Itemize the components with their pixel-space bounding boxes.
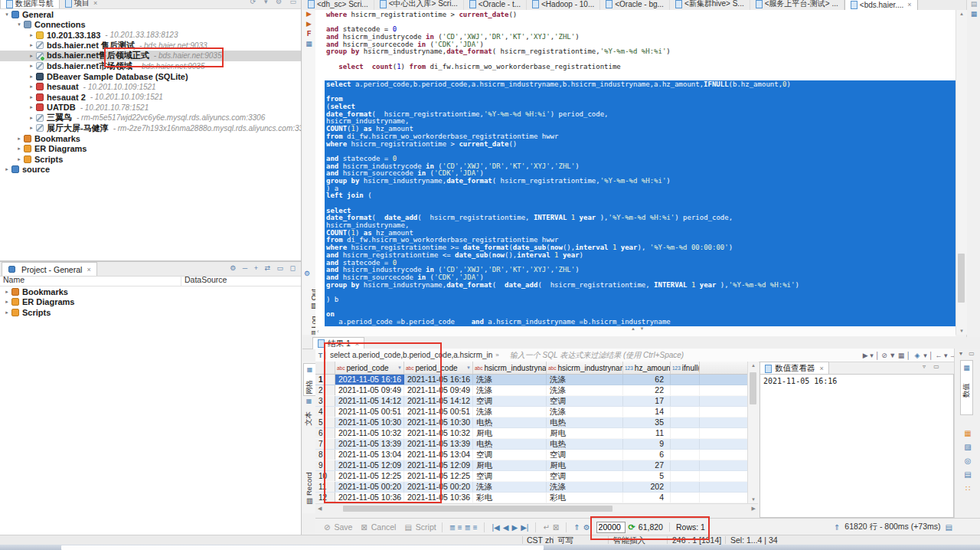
sash-handle[interactable]: ▲ ▼	[631, 326, 646, 331]
row-number[interactable]: 6	[315, 428, 335, 438]
column-header[interactable]: abcperiod_code▼	[404, 362, 473, 374]
grid-cell[interactable]: 2021-11-05 12:25	[335, 471, 404, 481]
tree-expander-icon[interactable]: ▸	[28, 94, 35, 100]
grid-cell[interactable]: 4	[623, 493, 671, 503]
editor-vertical-scrollbar[interactable]: ▴ ▾	[956, 10, 967, 335]
grid-cell[interactable]: 2021-11-05 13:39	[404, 439, 473, 449]
scrollbar-thumb[interactable]	[750, 372, 756, 404]
project-toolbar-icons[interactable]: ⚙ ─ + ⇄ ▭ ◻	[230, 264, 298, 272]
export-result-icon[interactable]: ▦	[302, 40, 315, 50]
row-number[interactable]: 10	[315, 471, 335, 481]
grid-cell[interactable]: 厨电	[547, 460, 623, 470]
grid-cell[interactable]: 2021-11-05 16:16	[335, 375, 404, 385]
grid-cell[interactable]: 35	[623, 417, 671, 427]
grid-cell[interactable]: 彩电	[547, 493, 623, 503]
grid-cell[interactable]: 11	[623, 428, 671, 438]
grid-cell[interactable]: 2021-11-05 10:32	[404, 428, 473, 438]
result-view-tab-text[interactable]: ▦文本	[303, 395, 315, 427]
tab-value-panel[interactable]: ▦ 数值	[960, 360, 973, 415]
table-row[interactable]: 112021-11-05 00:202021-11-05 00:20洗涤洗涤20…	[315, 482, 747, 493]
close-icon[interactable]: ×	[355, 340, 359, 348]
grid-cell[interactable]: 空调	[473, 450, 547, 460]
select-row-icon[interactable]: ⊠	[553, 523, 559, 532]
grid-cell[interactable]: 2021-11-05 00:51	[335, 407, 404, 417]
grid-cell[interactable]	[671, 428, 700, 438]
table-row[interactable]: 72021-11-05 13:392021-11-05 13:39电热电热9	[315, 439, 747, 450]
goto-row-icon[interactable]: ↵	[543, 523, 549, 532]
scroll-down-icon[interactable]: ▾	[748, 496, 759, 503]
grid-cell[interactable]: 2021-11-05 00:51	[404, 407, 473, 417]
export-icon[interactable]: ⇑	[573, 523, 580, 532]
editor-tab[interactable]: <Oracle - bg...	[600, 0, 670, 11]
row-number[interactable]: 7	[315, 439, 335, 449]
row-number[interactable]: 12	[315, 493, 335, 503]
scrollbar-thumb[interactable]	[343, 506, 612, 512]
gear-icon[interactable]: ⚙	[583, 523, 590, 532]
editor-tab[interactable]: <bds.haier.... ×	[844, 0, 918, 11]
grid-cell[interactable]: 62	[623, 375, 671, 385]
grid-cell[interactable]: 厨电	[547, 428, 623, 438]
scroll-left-icon[interactable]: ◀	[318, 506, 322, 512]
column-datasource[interactable]: DataSource	[181, 275, 227, 286]
grid-cell[interactable]: 电热	[473, 417, 547, 427]
panel-icon[interactable]: ▤	[955, 470, 980, 484]
nav-first-icon[interactable]: |◀	[492, 523, 499, 532]
editor-tab[interactable]: <Oracle - t...	[464, 0, 527, 11]
column-header[interactable]: 123ifnull('b▼	[671, 362, 700, 374]
tree-expander-icon[interactable]: ▾	[3, 11, 11, 18]
aggregate-icon[interactable]: ◎	[955, 457, 980, 470]
grid-cell[interactable]: 电热	[547, 417, 623, 427]
grid-cell[interactable]: 洗涤	[547, 375, 623, 385]
panel-min-icons[interactable]: ▾ ▭	[959, 350, 977, 357]
script-button[interactable]: ▤Script	[403, 522, 436, 532]
restore-pane-icon[interactable]: ▤	[967, 0, 980, 10]
explain-plan-icon[interactable]: 𝐅	[302, 30, 315, 40]
fetch-size-input[interactable]	[596, 522, 626, 533]
editor-tab[interactable]: <Hadoop - 10...	[527, 0, 600, 11]
navigator-tab[interactable]: 项目 ×	[60, 0, 103, 9]
grid-cell[interactable]: 9	[623, 439, 671, 449]
grid-cell[interactable]: 2021-11-05 10:36	[335, 493, 404, 503]
table-row[interactable]: 82021-11-05 13:042021-11-05 13:04空调空调6	[315, 450, 747, 460]
grid-horizontal-scrollbar[interactable]: ◀ ▶	[315, 503, 758, 513]
save-button[interactable]: ⊘Save	[322, 522, 352, 532]
grid-cell[interactable]	[671, 417, 700, 427]
row-number[interactable]: 9	[315, 460, 335, 470]
column-header[interactable]: abchsicrm_industryname▼	[473, 362, 547, 374]
outline-icon[interactable]: ▦	[967, 10, 980, 20]
tree-item[interactable]: ▸bds.haier.net售后领域正式- bds.haier.net:9035	[0, 51, 301, 61]
grid-cell[interactable]: 2021-11-05 00:20	[404, 482, 473, 492]
gear-icon[interactable]: ⚙	[304, 270, 310, 280]
nav-next-icon[interactable]: ▶	[511, 523, 518, 532]
tree-expander-icon[interactable]: ▸	[28, 42, 35, 48]
grid-cell[interactable]: 空调	[547, 450, 623, 460]
column-header[interactable]: abcperiod_code▼	[335, 362, 404, 374]
grid-cell[interactable]: 厨电	[473, 428, 547, 438]
project-item[interactable]: ▸Bookmarks	[0, 286, 301, 297]
scrollbar-thumb[interactable]	[958, 254, 965, 303]
nav-prev-icon[interactable]: ◀	[503, 523, 509, 532]
tree-item[interactable]: ▸DBeaver Sample Database (SQLite)	[0, 71, 301, 82]
result-view-tab-grid[interactable]: ▦网格	[303, 363, 315, 396]
tree-expander-icon[interactable]: ▸	[28, 83, 35, 90]
grid-cell[interactable]: 2021-11-05 13:04	[335, 450, 404, 460]
expand-icon[interactable]: »	[495, 352, 498, 358]
tree-expander-icon[interactable]: ▸	[3, 166, 11, 172]
row-number[interactable]: 2	[315, 385, 335, 395]
execute-script-icon[interactable]: ▶	[302, 20, 315, 30]
grid-cell[interactable]	[671, 375, 700, 385]
grid-cell[interactable]: 空调	[473, 396, 547, 406]
grid-cell[interactable]: 空调	[473, 471, 547, 481]
table-row[interactable]: 62021-11-05 10:322021-11-05 10:32厨电厨电11	[315, 428, 747, 439]
tree-item[interactable]: ▸bds.haier.net 售后测试- bds.haier.net:9033	[0, 41, 301, 51]
tree-item[interactable]: ▸hesauat 2- 10.201.10.109:1521	[0, 92, 301, 103]
grid-cell[interactable]: 2021-11-05 12:25	[404, 471, 473, 481]
tree-expander-icon[interactable]: ▸	[15, 146, 23, 152]
tab-results-1[interactable]: 结果 1 ×	[312, 337, 364, 349]
grid-cell[interactable]	[671, 439, 700, 449]
row-number[interactable]: 1	[315, 375, 335, 385]
grid-cell[interactable]	[671, 396, 700, 406]
grid-cell[interactable]: 2021-11-05 13:04	[404, 450, 473, 460]
tree-item[interactable]: ▾General	[0, 9, 301, 20]
close-icon[interactable]: ×	[820, 365, 824, 372]
